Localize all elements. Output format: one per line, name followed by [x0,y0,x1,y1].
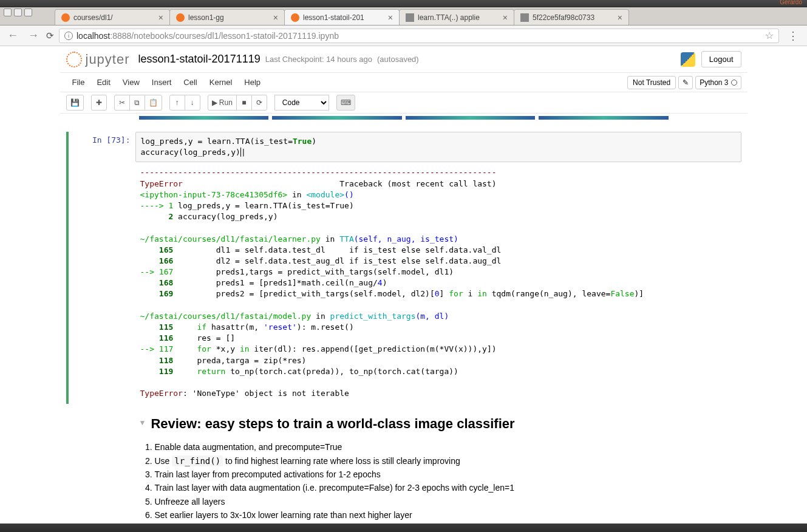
menu-kernel[interactable]: Kernel [203,75,239,89]
page-favicon-icon [406,13,414,22]
cut-button[interactable]: ✂ [114,95,130,111]
browser-tab-strip: courses/dl1/ × lesson1-gg × lesson1-stat… [0,7,807,26]
output-thumbnail [139,116,269,120]
trust-badge[interactable]: Not Trusted [627,76,676,89]
input-prompt: In [73]: [69,132,135,404]
url-host: localhost [77,31,110,41]
page-favicon-icon [520,13,529,22]
forward-button[interactable]: → [26,29,41,42]
site-info-icon[interactable]: i [64,32,73,40]
reload-button[interactable]: ⟳ [46,30,54,41]
menu-file[interactable]: File [66,75,91,89]
browser-tab[interactable]: lesson1-gg × [169,9,285,25]
output-thumbnail [272,116,402,120]
python-logo-icon [681,52,695,67]
os-bottombar [0,523,807,532]
list-item: Unfreeze all layers [155,495,741,508]
menu-help[interactable]: Help [238,75,267,89]
logout-button[interactable]: Logout [701,51,741,67]
window-controls[interactable] [4,9,32,16]
cell-type-select[interactable]: Code [274,95,329,111]
collapse-toggle-icon[interactable]: ▼ [139,418,146,427]
output-thumbnail [406,116,536,120]
close-icon[interactable]: × [503,13,508,22]
menu-insert[interactable]: Insert [146,75,178,89]
review-heading: ▼Review: easy steps to train a world-cla… [139,416,741,432]
review-list: Enable data augmentation, and precompute… [139,440,741,522]
jupyter-favicon-icon [176,13,185,22]
menu-cell[interactable]: Cell [177,75,203,89]
kernel-status-icon [731,80,737,86]
cell-output: ----------------------------------------… [135,162,741,404]
bookmark-icon[interactable]: ☆ [765,30,774,41]
menubar: File Edit View Insert Cell Kernel Help N… [60,72,747,92]
win-max-icon[interactable] [24,9,32,16]
run-button[interactable]: ▶ Run [208,95,237,111]
output-image-strip [139,116,669,120]
list-item: Use lr_find() to find highest learning r… [155,454,741,468]
list-item: Enable data augmentation, and precompute… [155,440,741,454]
insert-cell-button[interactable]: ✚ [91,95,107,111]
browser-tab[interactable]: courses/dl1/ × [55,9,170,25]
browser-tab[interactable]: 5f22ce5faf98c0733 × [514,9,629,25]
close-icon[interactable]: × [618,13,622,22]
close-icon[interactable]: × [388,13,393,22]
menu-view[interactable]: View [117,75,146,89]
url-input[interactable]: i localhost:8888/notebooks/courses/dl1/l… [59,29,779,43]
close-icon[interactable]: × [273,13,278,22]
menu-edit[interactable]: Edit [90,75,116,89]
browser-tab[interactable]: learn.TTA(..) applie × [399,9,514,25]
os-titlebar: Gerardo [0,0,807,7]
move-up-button[interactable]: ↑ [169,95,185,111]
paste-button[interactable]: 📋 [145,95,162,111]
list-item: Train last layer from precomputed activa… [155,468,741,481]
copy-button[interactable]: ⧉ [129,95,145,111]
jupyter-logo[interactable]: jupyter [66,52,130,67]
interrupt-button[interactable]: ■ [236,95,252,111]
address-bar: ← → ⟳ i localhost:8888/notebooks/courses… [0,26,807,46]
inline-code: lr_find() [172,455,223,466]
autosave-label: (autosaved) [377,55,419,64]
win-close-icon[interactable] [4,9,12,16]
output-thumbnail [539,116,669,120]
notebook-header: jupyter lesson1-statoil-20171119 Last Ch… [60,46,747,72]
move-down-button[interactable]: ↓ [185,95,200,111]
edit-mode-icon[interactable]: ✎ [678,76,693,89]
notebook-area: In [73]: log_preds,y = learn.TTA(is_test… [60,116,747,523]
code-editor[interactable]: log_preds,y = learn.TTA(is_test=True)acc… [135,132,741,162]
close-icon[interactable]: × [158,13,163,22]
list-item: Set earlier layers to 3x-10x lower learn… [155,508,741,522]
checkpoint-label: Last Checkpoint: 14 hours ago [265,55,372,64]
jupyter-favicon-icon [61,13,70,22]
save-button[interactable]: 💾 [66,95,84,111]
jupyter-logo-icon [66,52,82,67]
jupyter-favicon-icon [291,13,299,22]
os-user-label: Gerardo [780,0,802,5]
command-palette-button[interactable]: ⌨ [336,95,355,111]
markdown-cell[interactable]: ▼Review: easy steps to train a world-cla… [66,409,741,523]
toolbar: 💾 ✚ ✂ ⧉ 📋 ↑ ↓ ▶ Run ■ ⟳ Code ⌨ [60,92,747,114]
code-cell[interactable]: In [73]: log_preds,y = learn.TTA(is_test… [66,132,741,404]
list-item: Train last layer with data augmentation … [155,481,741,494]
back-button[interactable]: ← [5,29,21,42]
browser-tab-active[interactable]: lesson1-statoil-201 × [284,9,400,25]
notebook-name[interactable]: lesson1-statoil-20171119 [138,53,260,66]
kernel-indicator[interactable]: Python 3 [695,76,741,89]
win-min-icon[interactable] [14,9,22,16]
restart-button[interactable]: ⟳ [251,95,267,111]
browser-menu-icon[interactable]: ⋮ [784,29,802,43]
